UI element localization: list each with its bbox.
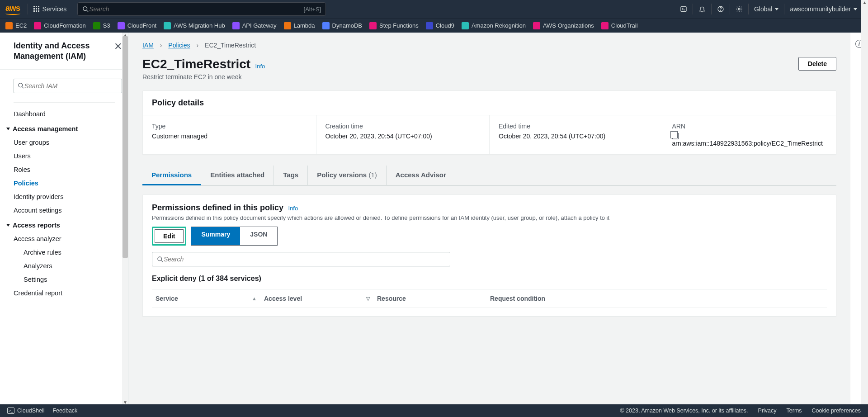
permissions-filter-input[interactable] [164, 256, 445, 263]
detail-label-edited: Edited time [499, 123, 654, 130]
account-menu[interactable]: awscommunitybuilder [784, 4, 863, 14]
tab-tags[interactable]: Tags [274, 166, 308, 185]
info-link[interactable]: Info [288, 205, 298, 212]
notifications-button[interactable] [693, 4, 711, 14]
cloudshell-toggle[interactable] [675, 4, 693, 14]
th-service[interactable]: Service▲ [152, 289, 260, 308]
th-label: Request condition [490, 295, 545, 302]
service-shortcut[interactable]: CloudFormation [34, 22, 86, 29]
services-label: Services [42, 5, 67, 13]
region-selector[interactable]: Global [748, 4, 784, 14]
service-shortcut[interactable]: API Gateway [232, 22, 277, 29]
service-shortcut[interactable]: CloudFront [118, 22, 156, 29]
global-search-input[interactable] [89, 5, 303, 13]
th-access-level[interactable]: Access level▽ [260, 289, 373, 308]
sidebar-scrollbar[interactable]: ▲ ▼ [122, 33, 128, 404]
sidebar: Identity and Access Management (IAM) ✕ D… [0, 33, 129, 404]
th-condition[interactable]: Request condition [486, 289, 827, 308]
scroll-thumb[interactable] [123, 36, 128, 258]
sort-icon[interactable]: ▲ [252, 296, 257, 301]
tab-access-advisor[interactable]: Access Advisor [387, 166, 455, 185]
settings-button[interactable] [730, 4, 748, 14]
footer: >_CloudShell Feedback © 2023, Amazon Web… [0, 404, 868, 417]
breadcrumb-iam[interactable]: IAM [142, 42, 154, 49]
chevron-right-icon: › [196, 42, 198, 49]
sidebar-dashboard[interactable]: Dashboard [0, 107, 128, 121]
breadcrumb-current: EC2_TimeRestrict [205, 42, 256, 49]
policy-details-panel: Policy details Type Customer managed Cre… [142, 90, 836, 155]
sidebar-item-policies[interactable]: Policies [0, 176, 128, 190]
services-menu[interactable]: Services [28, 4, 72, 14]
sidebar-item-settings[interactable]: Settings [0, 273, 128, 286]
footer-privacy[interactable]: Privacy [758, 408, 777, 414]
help-button[interactable] [711, 4, 730, 14]
service-shortcut[interactable]: AWS Migration Hub [164, 22, 225, 29]
service-shortcut[interactable]: AWS Organizations [533, 22, 594, 29]
service-label: EC2 [15, 22, 27, 29]
service-icon [232, 22, 240, 29]
service-icon [322, 22, 330, 29]
sidebar-item-analyzers[interactable]: Analyzers [0, 259, 128, 273]
region-label: Global [754, 5, 772, 13]
sort-icon[interactable]: ▽ [366, 296, 370, 302]
service-label: API Gateway [242, 22, 277, 29]
footer-terms[interactable]: Terms [787, 408, 802, 414]
service-label: CloudFormation [44, 22, 86, 29]
service-shortcut[interactable]: EC2 [5, 22, 27, 29]
close-sidebar-button[interactable]: ✕ [114, 33, 122, 52]
sidebar-section-access-management[interactable]: Access management [0, 121, 128, 136]
account-label: awscommunitybuilder [790, 5, 851, 13]
svg-line-10 [161, 260, 163, 262]
svg-point-9 [158, 256, 162, 261]
tab-label: Policy versions [317, 171, 368, 179]
sidebar-item-roles[interactable]: Roles [0, 163, 128, 176]
sidebar-item-access-analyzer[interactable]: Access analyzer [0, 232, 128, 246]
sidebar-item-users[interactable]: Users [0, 149, 128, 163]
toggle-summary[interactable]: Summary [191, 227, 240, 245]
service-icon [93, 22, 100, 29]
sidebar-item-identity-providers[interactable]: Identity providers [0, 190, 128, 204]
service-icon [601, 22, 609, 29]
sidebar-item-user-groups[interactable]: User groups [0, 136, 128, 149]
aws-logo[interactable]: aws [5, 4, 20, 15]
svg-point-5 [721, 10, 721, 11]
service-shortcut[interactable]: Step Functions [369, 22, 419, 29]
toggle-json[interactable]: JSON [240, 227, 277, 245]
sidebar-item-account-settings[interactable]: Account settings [0, 204, 128, 217]
service-shortcut[interactable]: Amazon Rekognition [462, 22, 526, 29]
copy-icon[interactable] [672, 133, 679, 139]
edit-button[interactable]: Edit [155, 229, 184, 243]
info-link[interactable]: Info [255, 63, 265, 70]
search-icon [82, 6, 89, 13]
chevron-right-icon: › [160, 42, 162, 49]
scroll-down-icon[interactable]: ▼ [123, 400, 127, 404]
global-search[interactable]: [Alt+S] [77, 2, 326, 16]
window-scrollbar[interactable]: ▲ ▼ [861, 0, 868, 417]
service-shortcut[interactable]: S3 [93, 22, 110, 29]
footer-feedback[interactable]: Feedback [52, 408, 77, 414]
service-shortcut[interactable]: Lambda [284, 22, 315, 29]
svg-point-0 [83, 6, 87, 10]
detail-label-type: Type [152, 123, 307, 130]
service-shortcut[interactable]: DynamoDB [322, 22, 362, 29]
service-shortcut[interactable]: CloudTrail [601, 22, 638, 29]
th-resource[interactable]: Resource [373, 289, 486, 308]
service-shortcut[interactable]: Cloud9 [426, 22, 454, 29]
sidebar-section-access-reports[interactable]: Access reports [0, 217, 128, 232]
detail-value-type: Customer managed [152, 133, 307, 140]
sidebar-item-archive-rules[interactable]: Archive rules [0, 246, 128, 259]
sidebar-search-input[interactable] [24, 82, 118, 90]
tab-entities[interactable]: Entities attached [201, 166, 274, 185]
scroll-up-icon[interactable]: ▲ [861, 0, 868, 7]
footer-cloudshell[interactable]: CloudShell [17, 408, 44, 414]
tab-versions[interactable]: Policy versions (1) [308, 166, 387, 185]
breadcrumb-policies[interactable]: Policies [168, 42, 190, 49]
permissions-filter[interactable] [152, 252, 450, 266]
footer-cookies[interactable]: Cookie preferences [812, 408, 861, 414]
tab-permissions[interactable]: Permissions [142, 166, 201, 185]
sidebar-item-credential-report[interactable]: Credential report [0, 286, 128, 300]
delete-button[interactable]: Delete [798, 57, 836, 71]
terminal-icon [680, 5, 687, 13]
sidebar-search-box[interactable] [14, 79, 122, 93]
service-icon [284, 22, 291, 29]
